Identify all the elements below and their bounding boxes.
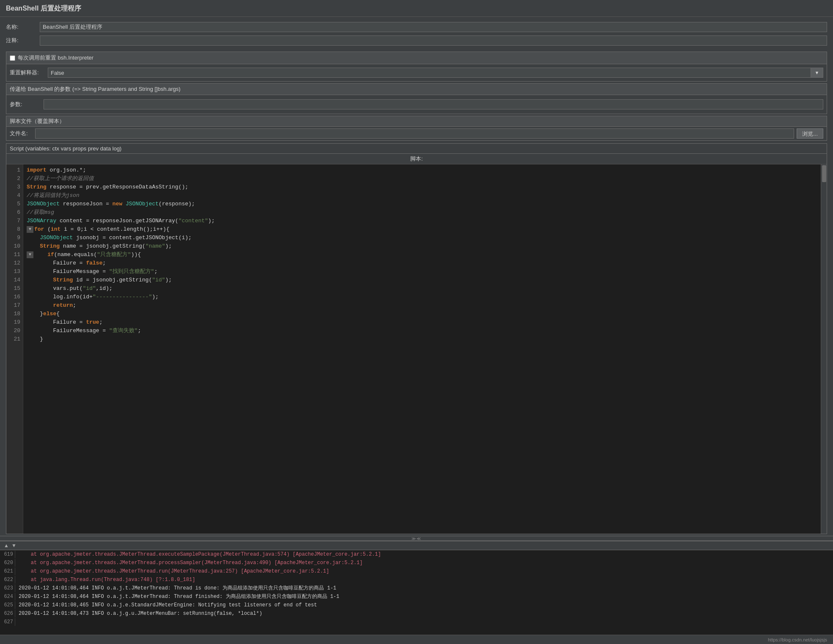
- log-line: 619 at org.apache.jmeter.threads.JMeterT…: [0, 550, 833, 559]
- line-num-8: 8: [9, 225, 20, 234]
- log-line-content: 2020-01-12 14:01:08,464 INFO o.a.j.t.JMe…: [15, 584, 833, 592]
- line-num-6: 6: [9, 208, 20, 217]
- code-line-14: String id = jsonobj.getString("id");: [27, 276, 817, 284]
- interpreter-checkbox-row: 每次调用前重置 bsh.Interpreter: [10, 54, 823, 62]
- file-input[interactable]: [35, 128, 794, 139]
- title-bar: BeanShell 后置处理程序: [0, 0, 833, 17]
- interpreter-checkbox[interactable]: [10, 55, 15, 61]
- interpreter-section: 每次调用前重置 bsh.Interpreter 重置解释器: False Tru…: [6, 52, 827, 82]
- log-line-number: 627: [0, 618, 15, 626]
- params-label: 参数:: [10, 101, 44, 108]
- log-line-number: 619: [0, 551, 15, 558]
- script-section: Script (variables: ctx vars props prev d…: [6, 143, 827, 534]
- line-numbers: 123456789101112131415161718192021: [6, 164, 23, 534]
- reset-select[interactable]: False True: [48, 68, 823, 78]
- code-line-7: JSONArray content = responseJson.getJSON…: [27, 217, 817, 225]
- line-num-11: 11: [9, 251, 20, 259]
- code-line-15: vars.put("id",id);: [27, 284, 817, 293]
- code-line-12: Failure = false;: [27, 259, 817, 267]
- reset-label: 重置解释器:: [10, 69, 48, 76]
- log-line-content: 2020-01-12 14:01:08,464 INFO o.a.j.t.JMe…: [15, 593, 833, 600]
- code-line-8: ▼for (int i = 0;i < content.length();i++…: [27, 225, 817, 234]
- params-row: 参数:: [10, 98, 823, 110]
- code-line-9: JSONObject jsonobj = content.getJSONObje…: [27, 234, 817, 242]
- line-num-2: 2: [9, 175, 20, 183]
- status-url: https://blog.csdn.net/luojsjsjs: [768, 637, 827, 642]
- status-bar: https://blog.csdn.net/luojsjsjs: [0, 635, 833, 644]
- line-num-16: 16: [9, 293, 20, 301]
- line-num-1: 1: [9, 166, 20, 175]
- code-line-4: //将返回值转为json: [27, 191, 817, 200]
- code-line-20: FailureMessage = "查询失败";: [27, 327, 817, 335]
- browse-button[interactable]: 浏览...: [797, 128, 823, 139]
- log-line-number: 622: [0, 576, 15, 584]
- line-num-9: 9: [9, 234, 20, 242]
- line-num-7: 7: [9, 217, 20, 225]
- code-area: 123456789101112131415161718192021 import…: [6, 164, 827, 534]
- code-line-21: }: [27, 335, 817, 344]
- code-line-3: String response = prev.getResponseDataAs…: [27, 183, 817, 191]
- code-line-11: ▼ if(name.equals("只含糖配方")){: [27, 251, 817, 259]
- line-num-3: 3: [9, 183, 20, 191]
- log-line: 6262020-01-12 14:01:08,473 INFO o.a.j.g.…: [0, 609, 833, 618]
- line-num-12: 12: [9, 259, 20, 267]
- fold-indicator-11[interactable]: ▼: [27, 251, 33, 258]
- params-section: 传递给 BeanShell 的参数 (=> String Parameters …: [6, 83, 827, 114]
- main-container: BeanShell 后置处理程序 名称: 注释: 每次调用前重置 bsh.Int…: [0, 0, 833, 644]
- comment-input[interactable]: [40, 35, 827, 46]
- interpreter-label: 每次调用前重置 bsh.Interpreter: [18, 54, 93, 62]
- log-line: 6242020-01-12 14:01:08,464 INFO o.a.j.t.…: [0, 592, 833, 601]
- name-section: 名称: 注释:: [0, 17, 833, 51]
- log-line-number: 624: [0, 593, 15, 600]
- log-line: 622 at java.lang.Thread.run(Thread.java:…: [0, 576, 833, 584]
- log-line: 627: [0, 618, 833, 626]
- arrow-down-button[interactable]: ▼: [10, 543, 18, 548]
- code-line-18: }else{: [27, 310, 817, 318]
- code-line-13: FailureMessage = "找到只含糖配方";: [27, 267, 817, 276]
- name-input[interactable]: [40, 22, 827, 32]
- code-content[interactable]: import org.json.*;//获取上一个请求的返回值String re…: [23, 164, 821, 534]
- reset-dropdown-wrapper: False True ▼: [48, 68, 823, 78]
- reset-row: 重置解释器: False True ▼: [10, 68, 823, 78]
- log-line: 621 at org.apache.jmeter.threads.JMeterT…: [0, 567, 833, 576]
- fold-indicator-8[interactable]: ▼: [27, 226, 33, 233]
- params-group-title: 传递给 BeanShell 的参数 (=> String Parameters …: [6, 84, 827, 95]
- line-num-15: 15: [9, 284, 20, 293]
- code-line-17: return;: [27, 301, 817, 310]
- resize-dots: ≫≪: [411, 536, 422, 541]
- params-input[interactable]: [44, 99, 823, 109]
- code-line-2: //获取上一个请求的返回值: [27, 175, 817, 183]
- log-line: 6232020-01-12 14:01:08,464 INFO o.a.j.t.…: [0, 584, 833, 592]
- scroll-thumb[interactable]: [822, 165, 826, 182]
- code-line-6: //获取msg: [27, 208, 817, 217]
- file-section-title: 脚本文件（覆盖脚本）: [6, 116, 827, 127]
- log-line-content: at java.lang.Thread.run(Thread.java:748)…: [15, 576, 833, 584]
- code-line-5: JSONObject responseJson = new JSONObject…: [27, 200, 817, 208]
- name-label: 名称:: [6, 23, 40, 31]
- script-center-label: 脚本:: [6, 154, 827, 164]
- up-down-arrows: ▲ ▼: [0, 541, 833, 550]
- file-row: 文件名: 浏览...: [6, 127, 827, 140]
- code-line-16: log.info(id+"----------------");: [27, 293, 817, 301]
- interpreter-group-title: 每次调用前重置 bsh.Interpreter: [6, 52, 827, 64]
- code-line-1: import org.json.*;: [27, 166, 817, 175]
- line-num-14: 14: [9, 276, 20, 284]
- resize-handle[interactable]: ≫≪: [0, 536, 833, 541]
- comment-row: 注释:: [6, 35, 827, 46]
- log-line-content: at org.apache.jmeter.threads.JMeterThrea…: [15, 551, 833, 558]
- comment-label: 注释:: [6, 37, 40, 44]
- params-content: 参数:: [6, 95, 827, 114]
- log-line-content: [15, 618, 833, 626]
- line-num-21: 21: [9, 335, 20, 344]
- line-num-20: 20: [9, 327, 20, 335]
- arrow-up-button[interactable]: ▲: [3, 543, 10, 548]
- file-section: 脚本文件（覆盖脚本） 文件名: 浏览...: [6, 116, 827, 141]
- log-line-number: 620: [0, 559, 15, 567]
- log-line: 620 at org.apache.jmeter.threads.JMeterT…: [0, 559, 833, 567]
- log-area: 619 at org.apache.jmeter.threads.JMeterT…: [0, 550, 833, 635]
- name-row: 名称:: [6, 21, 827, 33]
- vertical-scrollbar[interactable]: [821, 164, 827, 534]
- page-title: BeanShell 后置处理程序: [6, 4, 827, 13]
- line-num-10: 10: [9, 242, 20, 251]
- file-label: 文件名:: [10, 130, 35, 137]
